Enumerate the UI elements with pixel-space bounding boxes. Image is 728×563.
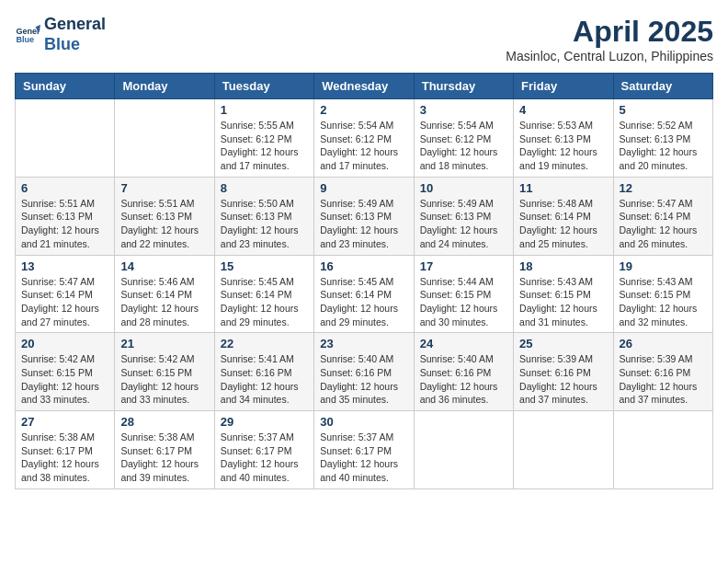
calendar: SundayMondayTuesdayWednesdayThursdayFrid… [15, 73, 713, 489]
day-info: Sunrise: 5:47 AMSunset: 6:14 PMDaylight:… [620, 197, 707, 251]
calendar-cell: 7Sunrise: 5:51 AMSunset: 6:13 PMDaylight… [115, 177, 214, 255]
week-row-1: 1Sunrise: 5:55 AMSunset: 6:12 PMDaylight… [16, 99, 713, 178]
calendar-cell: 1Sunrise: 5:55 AMSunset: 6:12 PMDaylight… [214, 99, 313, 178]
day-info: Sunrise: 5:38 AMSunset: 6:17 PMDaylight:… [120, 431, 208, 485]
calendar-cell: 12Sunrise: 5:47 AMSunset: 6:14 PMDayligh… [613, 177, 712, 255]
day-info: Sunrise: 5:43 AMSunset: 6:15 PMDaylight:… [620, 275, 707, 329]
day-number: 19 [620, 259, 707, 273]
day-number: 28 [120, 415, 208, 429]
calendar-cell: 23Sunrise: 5:40 AMSunset: 6:16 PMDayligh… [314, 333, 414, 411]
day-info: Sunrise: 5:40 AMSunset: 6:16 PMDaylight:… [420, 352, 507, 407]
calendar-cell: 21Sunrise: 5:42 AMSunset: 6:15 PMDayligh… [115, 333, 214, 411]
logo-icon: General Blue [15, 22, 40, 48]
day-number: 18 [519, 259, 607, 273]
day-info: Sunrise: 5:42 AMSunset: 6:15 PMDaylight:… [120, 352, 208, 407]
day-number: 6 [21, 181, 108, 195]
day-number: 24 [420, 337, 507, 350]
calendar-cell: 2Sunrise: 5:54 AMSunset: 6:12 PMDaylight… [314, 99, 414, 178]
week-row-2: 6Sunrise: 5:51 AMSunset: 6:13 PMDaylight… [16, 177, 713, 255]
day-info: Sunrise: 5:41 AMSunset: 6:16 PMDaylight:… [221, 352, 308, 407]
calendar-cell: 18Sunrise: 5:43 AMSunset: 6:15 PMDayligh… [514, 255, 613, 333]
weekday-header-thursday: Thursday [414, 74, 513, 99]
logo-text: General Blue [44, 15, 106, 54]
day-info: Sunrise: 5:47 AMSunset: 6:14 PMDaylight:… [21, 275, 108, 329]
calendar-cell: 3Sunrise: 5:54 AMSunset: 6:12 PMDaylight… [414, 99, 513, 178]
day-number: 7 [120, 181, 208, 195]
day-number: 4 [519, 103, 607, 117]
calendar-cell: 9Sunrise: 5:49 AMSunset: 6:13 PMDaylight… [314, 177, 414, 255]
calendar-cell: 11Sunrise: 5:48 AMSunset: 6:14 PMDayligh… [514, 177, 613, 255]
weekday-header-row: SundayMondayTuesdayWednesdayThursdayFrid… [16, 74, 713, 99]
day-info: Sunrise: 5:39 AMSunset: 6:16 PMDaylight:… [519, 352, 607, 407]
calendar-cell: 4Sunrise: 5:53 AMSunset: 6:13 PMDaylight… [514, 99, 613, 178]
week-row-3: 13Sunrise: 5:47 AMSunset: 6:14 PMDayligh… [16, 255, 713, 333]
calendar-cell: 27Sunrise: 5:38 AMSunset: 6:17 PMDayligh… [16, 411, 115, 489]
day-info: Sunrise: 5:55 AMSunset: 6:12 PMDaylight:… [221, 119, 308, 173]
day-info: Sunrise: 5:43 AMSunset: 6:15 PMDaylight:… [519, 275, 607, 329]
title-area: April 2025 Masinloc, Central Luzon, Phil… [506, 15, 713, 63]
day-number: 25 [519, 337, 607, 350]
calendar-cell: 25Sunrise: 5:39 AMSunset: 6:16 PMDayligh… [514, 333, 613, 411]
day-number: 3 [420, 103, 507, 117]
day-info: Sunrise: 5:54 AMSunset: 6:12 PMDaylight:… [420, 119, 507, 173]
day-info: Sunrise: 5:46 AMSunset: 6:14 PMDaylight:… [120, 275, 208, 329]
weekday-header-monday: Monday [115, 74, 214, 99]
day-number: 15 [221, 259, 308, 273]
calendar-cell [115, 99, 214, 178]
day-info: Sunrise: 5:39 AMSunset: 6:16 PMDaylight:… [620, 352, 707, 407]
week-row-4: 20Sunrise: 5:42 AMSunset: 6:15 PMDayligh… [16, 333, 713, 411]
calendar-cell: 5Sunrise: 5:52 AMSunset: 6:13 PMDaylight… [613, 99, 712, 178]
day-info: Sunrise: 5:48 AMSunset: 6:14 PMDaylight:… [519, 197, 607, 251]
day-info: Sunrise: 5:49 AMSunset: 6:13 PMDaylight:… [420, 197, 507, 251]
calendar-cell: 8Sunrise: 5:50 AMSunset: 6:13 PMDaylight… [214, 177, 313, 255]
calendar-cell: 30Sunrise: 5:37 AMSunset: 6:17 PMDayligh… [314, 411, 414, 489]
day-number: 22 [221, 337, 308, 350]
day-number: 26 [620, 337, 707, 350]
day-number: 12 [620, 181, 707, 195]
calendar-cell [613, 411, 712, 489]
day-number: 14 [120, 259, 208, 273]
day-info: Sunrise: 5:45 AMSunset: 6:14 PMDaylight:… [221, 275, 308, 329]
subtitle: Masinloc, Central Luzon, Philippines [506, 49, 713, 63]
calendar-cell [514, 411, 613, 489]
weekday-header-sunday: Sunday [16, 74, 115, 99]
weekday-header-friday: Friday [514, 74, 613, 99]
calendar-cell: 20Sunrise: 5:42 AMSunset: 6:15 PMDayligh… [16, 333, 115, 411]
day-number: 13 [21, 259, 108, 273]
svg-text:Blue: Blue [16, 35, 34, 44]
weekday-header-tuesday: Tuesday [214, 74, 313, 99]
logo-line1: General [44, 15, 106, 33]
calendar-cell: 13Sunrise: 5:47 AMSunset: 6:14 PMDayligh… [16, 255, 115, 333]
day-info: Sunrise: 5:50 AMSunset: 6:13 PMDaylight:… [221, 197, 308, 251]
day-number: 2 [320, 103, 407, 117]
day-number: 8 [221, 181, 308, 195]
day-number: 30 [320, 415, 407, 429]
calendar-cell [16, 99, 115, 178]
calendar-cell: 19Sunrise: 5:43 AMSunset: 6:15 PMDayligh… [613, 255, 712, 333]
calendar-cell [414, 411, 513, 489]
day-number: 1 [221, 103, 308, 117]
day-info: Sunrise: 5:38 AMSunset: 6:17 PMDaylight:… [21, 431, 108, 485]
day-info: Sunrise: 5:40 AMSunset: 6:16 PMDaylight:… [320, 352, 407, 407]
day-number: 27 [21, 415, 108, 429]
calendar-cell: 24Sunrise: 5:40 AMSunset: 6:16 PMDayligh… [414, 333, 513, 411]
day-number: 5 [620, 103, 707, 117]
day-number: 10 [420, 181, 507, 195]
day-info: Sunrise: 5:51 AMSunset: 6:13 PMDaylight:… [21, 197, 108, 251]
day-info: Sunrise: 5:51 AMSunset: 6:13 PMDaylight:… [120, 197, 208, 251]
main-title: April 2025 [506, 15, 713, 49]
day-number: 11 [519, 181, 607, 195]
day-number: 21 [120, 337, 208, 350]
day-info: Sunrise: 5:45 AMSunset: 6:14 PMDaylight:… [320, 275, 407, 329]
calendar-cell: 16Sunrise: 5:45 AMSunset: 6:14 PMDayligh… [314, 255, 414, 333]
day-info: Sunrise: 5:52 AMSunset: 6:13 PMDaylight:… [620, 119, 707, 173]
calendar-cell: 15Sunrise: 5:45 AMSunset: 6:14 PMDayligh… [214, 255, 313, 333]
day-info: Sunrise: 5:53 AMSunset: 6:13 PMDaylight:… [519, 119, 607, 173]
calendar-cell: 26Sunrise: 5:39 AMSunset: 6:16 PMDayligh… [613, 333, 712, 411]
day-number: 23 [320, 337, 407, 350]
calendar-cell: 17Sunrise: 5:44 AMSunset: 6:15 PMDayligh… [414, 255, 513, 333]
day-info: Sunrise: 5:49 AMSunset: 6:13 PMDaylight:… [320, 197, 407, 251]
day-number: 17 [420, 259, 507, 273]
day-info: Sunrise: 5:37 AMSunset: 6:17 PMDaylight:… [221, 431, 308, 485]
logo-line2: Blue [44, 35, 80, 53]
